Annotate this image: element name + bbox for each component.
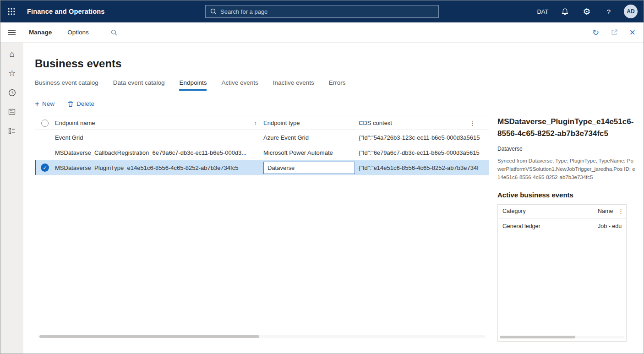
delete-button-label: Delete — [76, 100, 94, 107]
focused-cell-endpoint-type[interactable]: Dataverse — [263, 162, 355, 174]
global-search-input[interactable] — [220, 8, 426, 15]
active-events-more-options-icon[interactable]: ⋮ — [618, 208, 623, 215]
endpoint-type-cell[interactable]: Microsoft Power Automate — [263, 149, 359, 156]
select-all-checkbox[interactable] — [41, 120, 49, 127]
app-title: Finance and Operations — [27, 8, 105, 15]
account-menu[interactable]: AD — [620, 0, 642, 22]
active-events-table: Category Name ⋮ General ledger Job - edu — [497, 204, 627, 342]
tab-strip: Business event catalog Data event catalo… — [35, 79, 644, 91]
page-search-icon[interactable] — [111, 29, 117, 36]
grid-horizontal-scrollbar — [38, 335, 486, 338]
app-body: ⌂ ☆ Business events — [0, 43, 644, 354]
table-row[interactable]: MSDataverse_CallbackRegistration_6e79a6c… — [35, 145, 489, 160]
new-button-label: New — [42, 100, 55, 107]
table-row[interactable]: Event Grid Azure Event Grid {"Id":"54a72… — [35, 130, 489, 145]
tab-errors[interactable]: Errors — [329, 79, 346, 91]
column-header-category[interactable]: Category — [502, 208, 598, 214]
grid-header-row: Endpoint name ↑ Endpoint type CDS contex… — [35, 116, 489, 130]
close-icon[interactable]: × — [629, 27, 635, 38]
cds-context-cell[interactable]: {"Id":"e14e51c6-8556-4c65-8252-ab7b3e734… — [359, 164, 489, 171]
details-endpoint-type: Dataverse — [497, 146, 636, 152]
delete-button[interactable]: Delete — [67, 100, 94, 107]
selected-checkbox-icon[interactable]: ✓ — [41, 163, 49, 172]
endpoint-name-header-label: Endpoint name — [55, 120, 95, 126]
grid-action-bar: + New Delete — [35, 100, 644, 108]
plus-icon: + — [35, 100, 39, 108]
workspaces-icon[interactable] — [0, 102, 23, 121]
new-button[interactable]: + New — [35, 100, 55, 108]
top-navbar: Finance and Operations DAT ⚙ ? AD — [0, 0, 644, 22]
column-header-endpoint-type[interactable]: Endpoint type — [263, 120, 359, 126]
recent-clock-icon[interactable] — [0, 83, 23, 102]
endpoint-type-cell[interactable]: Azure Event Grid — [263, 134, 359, 141]
tab-inactive-events[interactable]: Inactive events — [273, 79, 314, 91]
page-title: Business events — [35, 57, 644, 70]
tab-endpoints[interactable]: Endpoints — [179, 79, 207, 91]
window-controls: ↻ × — [592, 27, 644, 38]
main-content: Business events Business event catalog D… — [23, 43, 644, 354]
select-all-checkbox-cell — [35, 120, 55, 127]
details-horizontal-scrollbar — [500, 335, 624, 339]
top-navbar-right: DAT ⚙ ? AD — [532, 0, 642, 22]
row-checkbox-cell[interactable]: ✓ — [35, 163, 55, 172]
sort-ascending-icon: ↑ — [254, 120, 257, 126]
active-business-events-heading: Active business events — [497, 191, 636, 199]
command-bar: Manage Options ↻ × — [0, 22, 644, 43]
column-header-name[interactable]: Name — [598, 208, 618, 214]
open-in-new-window-icon[interactable] — [611, 29, 617, 36]
tab-business-event-catalog[interactable]: Business event catalog — [35, 79, 98, 91]
endpoint-name-cell[interactable]: MSDataverse_CallbackRegistration_6e79a6c… — [55, 149, 263, 156]
category-cell[interactable]: General ledger — [502, 223, 598, 229]
work-area: Endpoint name ↑ Endpoint type CDS contex… — [35, 116, 644, 342]
endpoint-name-cell[interactable]: MSDataverse_PluginType_e14e51c6-8556-4c6… — [55, 164, 263, 171]
app-launcher-icon[interactable] — [0, 0, 22, 22]
help-icon[interactable]: ? — [598, 0, 620, 22]
hamburger-menu-icon[interactable] — [0, 22, 23, 43]
search-icon — [210, 8, 217, 15]
endpoints-grid: Endpoint name ↑ Endpoint type CDS contex… — [35, 116, 489, 342]
scrollbar-thumb[interactable] — [39, 335, 259, 338]
tab-data-event-catalog[interactable]: Data event catalog — [113, 79, 165, 91]
global-search-box[interactable] — [205, 5, 439, 18]
cds-context-cell[interactable]: {"Id":"54a726b3-123c-ec11-b6e5-000d3a561… — [359, 134, 489, 141]
column-header-endpoint-name[interactable]: Endpoint name ↑ — [55, 120, 263, 126]
scrollbar-thumb[interactable] — [500, 336, 575, 338]
table-row-selected[interactable]: ✓ MSDataverse_PluginType_e14e51c6-8556-4… — [35, 160, 489, 175]
endpoint-type-cell[interactable]: Dataverse — [263, 162, 359, 174]
selected-row-indicator — [35, 160, 36, 175]
refresh-icon[interactable]: ↻ — [592, 28, 599, 37]
left-sidebar: ⌂ ☆ — [0, 43, 23, 354]
trash-icon — [67, 101, 74, 107]
menu-options[interactable]: Options — [67, 29, 89, 36]
modules-icon[interactable] — [0, 121, 23, 141]
grid-more-options-icon[interactable]: ⋮ — [467, 120, 478, 127]
endpoint-name-cell[interactable]: Event Grid — [55, 134, 263, 141]
active-events-header-row: Category Name ⋮ — [498, 205, 626, 218]
active-event-row[interactable]: General ledger Job - edu — [498, 218, 626, 234]
cds-context-cell[interactable]: {"Id":"6e79a6c7-db3c-ec11-b6e5-000d3a561… — [359, 149, 489, 156]
column-header-cds-context[interactable]: CDS context — [359, 120, 467, 126]
app-window: Finance and Operations DAT ⚙ ? AD — [0, 0, 644, 354]
details-description: Synced from Dataverse. Type: PluginType,… — [497, 157, 637, 182]
details-panel: MSDataverse_PluginType_e14e51c6-8556-4c6… — [489, 116, 636, 342]
name-cell[interactable]: Job - edu — [598, 223, 623, 229]
details-title: MSDataverse_PluginType_e14e51c6-8556-4c6… — [497, 116, 636, 140]
favorites-star-icon[interactable]: ☆ — [0, 64, 23, 83]
avatar[interactable]: AD — [624, 5, 638, 18]
home-icon[interactable]: ⌂ — [0, 44, 23, 64]
environment-label[interactable]: DAT — [532, 0, 554, 22]
tab-active-events[interactable]: Active events — [221, 79, 258, 91]
bell-icon[interactable] — [554, 0, 576, 22]
gear-icon[interactable]: ⚙ — [576, 0, 598, 22]
menu-manage[interactable]: Manage — [29, 29, 52, 36]
